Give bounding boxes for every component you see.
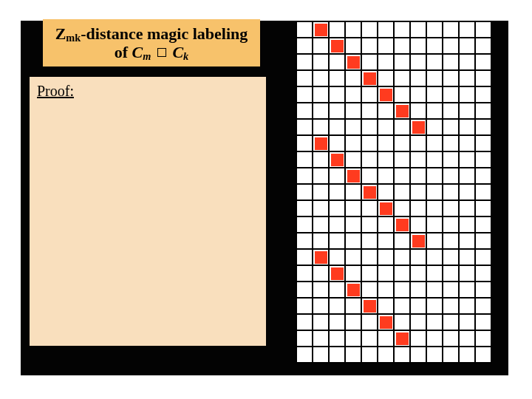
lit-cell	[412, 121, 425, 134]
grid-cell	[394, 38, 410, 54]
grid-cell	[475, 151, 491, 168]
grid-cell	[426, 330, 443, 347]
title-line-2: of Cm Ck	[115, 43, 188, 61]
lit-cell	[380, 316, 392, 329]
lit-cell	[347, 170, 360, 183]
grid-cell	[475, 184, 491, 200]
grid-cell	[345, 216, 361, 233]
grid-cell	[394, 70, 410, 86]
grid-cell	[459, 298, 475, 314]
grid-cell	[329, 330, 345, 347]
lit-cell	[331, 40, 344, 52]
grid-cell	[345, 347, 361, 363]
grid-cell	[443, 86, 459, 103]
grid-cell	[329, 233, 345, 249]
grid-cell	[459, 200, 475, 216]
grid-cell	[378, 21, 394, 38]
title-Z: Z	[55, 24, 66, 43]
grid-cell	[459, 151, 475, 168]
grid-cell	[296, 200, 313, 216]
grid-cell	[459, 265, 475, 282]
grid-cell	[394, 86, 410, 103]
grid-cell	[378, 135, 394, 151]
grid-cell	[443, 119, 459, 135]
grid-cell	[313, 282, 329, 298]
lit-cell	[331, 267, 344, 280]
grid-cell	[378, 184, 394, 200]
lit-cell	[380, 202, 392, 215]
grid-cell	[426, 21, 443, 38]
grid-cell	[313, 347, 329, 363]
grid-cell	[475, 298, 491, 314]
grid-cell	[443, 151, 459, 168]
grid-cell	[443, 233, 459, 249]
grid-cell	[394, 298, 410, 314]
grid-cell	[475, 103, 491, 119]
grid-cell	[345, 200, 361, 216]
grid-cell	[459, 135, 475, 151]
grid-cell	[296, 216, 313, 233]
title-rest: -distance magic labeling	[81, 24, 248, 43]
grid-cell	[410, 216, 426, 233]
grid-cell	[459, 282, 475, 298]
grid-figure	[296, 21, 492, 364]
grid-cell	[378, 168, 394, 184]
grid-cell	[329, 184, 345, 200]
lit-cell	[412, 235, 425, 248]
lit-cell	[380, 89, 392, 101]
grid-cell	[459, 216, 475, 233]
grid-cell	[378, 103, 394, 119]
grid-cell	[426, 135, 443, 151]
grid-cell	[361, 265, 378, 282]
grid-cell	[475, 314, 491, 330]
lit-cell	[364, 72, 376, 85]
title-line-1: Zmk-distance magic labeling	[55, 24, 248, 43]
grid-cell	[313, 54, 329, 70]
grid-cell	[296, 347, 313, 363]
grid-cell	[443, 347, 459, 363]
grid-cell	[443, 298, 459, 314]
grid-cell	[410, 21, 426, 38]
grid-cell	[296, 54, 313, 70]
grid-cell	[394, 282, 410, 298]
grid-cell	[410, 298, 426, 314]
grid-cell	[459, 38, 475, 54]
grid-cell	[410, 265, 426, 282]
title-Cm-C: C	[132, 43, 143, 61]
grid-cell	[410, 330, 426, 347]
grid-cell	[410, 200, 426, 216]
grid-cell	[459, 103, 475, 119]
grid-cell	[394, 21, 410, 38]
grid-cell	[459, 168, 475, 184]
title-of: of	[115, 43, 132, 61]
grid-cell	[313, 314, 329, 330]
grid-cell	[475, 135, 491, 151]
cartesian-product-icon	[157, 48, 166, 57]
grid-cell	[329, 54, 345, 70]
grid-cell	[313, 184, 329, 200]
grid-cell	[313, 298, 329, 314]
grid-cell	[361, 103, 378, 119]
grid-cell	[426, 70, 443, 86]
grid-cell	[361, 233, 378, 249]
grid-cell	[410, 249, 426, 265]
grid-cell	[378, 119, 394, 135]
grid-cell	[426, 54, 443, 70]
grid-cell	[345, 119, 361, 135]
grid-cell	[443, 54, 459, 70]
grid-cell	[296, 184, 313, 200]
grid-cell	[475, 216, 491, 233]
grid-cell	[329, 216, 345, 233]
grid-cell	[443, 103, 459, 119]
grid-cell	[394, 200, 410, 216]
grid-cell	[394, 347, 410, 363]
grid-cell	[459, 119, 475, 135]
grid-cell	[410, 184, 426, 200]
grid-cell	[443, 330, 459, 347]
grid-cell	[296, 38, 313, 54]
grid-cell	[329, 119, 345, 135]
lit-cell	[347, 56, 360, 69]
grid-cell	[443, 200, 459, 216]
grid-cell	[361, 54, 378, 70]
grid-cell	[378, 330, 394, 347]
